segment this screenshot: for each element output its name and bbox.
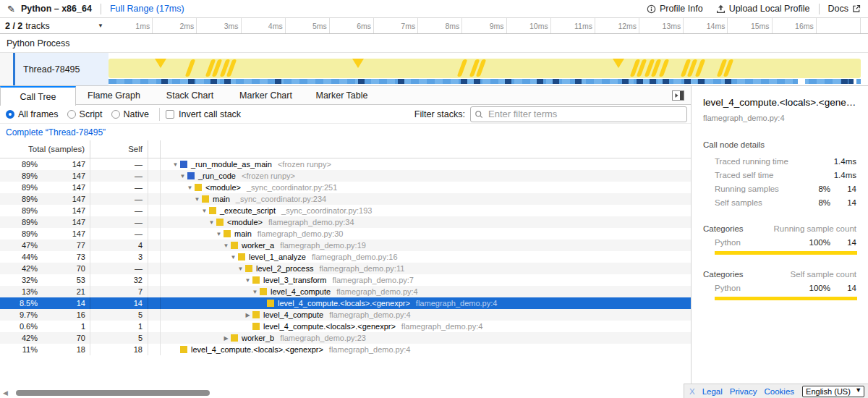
- ruler-tick-label: 2ms: [180, 22, 195, 30]
- call-tree-row[interactable]: 44%733▼level_1_analyzeflamegraph_demo.py…: [0, 251, 691, 263]
- call-tree-row[interactable]: 89%147—▼_run_module_as_main<frozen runpy…: [0, 158, 691, 170]
- tab-marker-table[interactable]: Marker Table: [304, 86, 380, 104]
- self-cell: 14: [90, 297, 148, 309]
- ruler-tick-label: 7ms: [401, 22, 415, 30]
- total-percent: 42%: [0, 334, 38, 342]
- thread-label[interactable]: Thread-78495: [15, 53, 109, 85]
- detail-label: Traced self time: [715, 171, 797, 179]
- collapse-arrow-icon[interactable]: ▼: [200, 208, 209, 214]
- track-canvas[interactable]: [109, 53, 868, 85]
- call-tree-row[interactable]: 0.6%11level_4_compute.<locals>.<genexpr>…: [0, 321, 691, 332]
- expand-arrow-icon[interactable]: ▶: [243, 312, 252, 318]
- sidebar-toggle-button[interactable]: [672, 90, 684, 101]
- total-cell: 32%53: [0, 274, 90, 286]
- radio-native[interactable]: Native: [111, 109, 149, 119]
- sample-dense-segment: [188, 79, 195, 84]
- call-tree-row[interactable]: 9.7%165▶level_4_computeflamegraph_demo.p…: [0, 309, 691, 321]
- language-select[interactable]: English (US): [802, 386, 864, 397]
- call-tree-row[interactable]: 89%147—▼_run_code<frozen runpy>: [0, 170, 691, 182]
- profile-info-button[interactable]: Profile Info: [647, 4, 703, 14]
- tree-cell: ▼<module>flamegraph_demo.py:34: [161, 216, 691, 228]
- file-location: flamegraph_demo.py:30: [258, 229, 344, 238]
- edit-pencil-icon[interactable]: ✎: [7, 4, 15, 14]
- track-marker-icon: [185, 59, 196, 77]
- timeline-ruler: 1ms2ms3ms4ms5ms6ms7ms8ms9ms10ms11ms12ms1…: [109, 18, 868, 33]
- call-tree-row[interactable]: 47%774▼worker_aflamegraph_demo.py:19: [0, 240, 691, 251]
- sample-dense-segment: [210, 79, 217, 84]
- divider: [159, 108, 160, 121]
- category-square-icon: [180, 346, 187, 353]
- ruler-tick: 2ms: [153, 18, 197, 33]
- collapse-arrow-icon[interactable]: ▼: [185, 185, 195, 191]
- footer-link-legal[interactable]: Legal: [702, 387, 723, 396]
- docs-button[interactable]: Docs: [828, 4, 861, 14]
- collapse-arrow-icon[interactable]: ▼: [171, 161, 180, 168]
- collapse-arrow-icon[interactable]: ▼: [250, 289, 260, 295]
- collapse-arrow-icon[interactable]: ▼: [192, 196, 202, 203]
- call-tree-row[interactable]: 89%147—▼<module>flamegraph_demo.py:34: [0, 216, 691, 228]
- ruler-tick-label: 6ms: [357, 22, 371, 30]
- call-tree-row[interactable]: 8.5%1414level_4_compute.<locals>.<genexp…: [0, 297, 691, 309]
- tab-call-tree[interactable]: Call Tree: [0, 86, 76, 106]
- total-cell: 44%73: [0, 251, 90, 263]
- call-tree-row[interactable]: 89%147—▼main_sync_coordinator.py:234: [0, 193, 691, 205]
- expand-arrow-icon[interactable]: ▶: [221, 335, 231, 342]
- call-tree-row[interactable]: 32%5332▼level_3_transformflamegraph_demo…: [0, 274, 691, 286]
- radio-script[interactable]: Script: [67, 109, 103, 119]
- collapse-arrow-icon[interactable]: ▼: [221, 242, 231, 249]
- spacer-cell: [148, 240, 161, 251]
- function-name: _run_module_as_main: [191, 160, 272, 169]
- call-tree-row[interactable]: 42%705▶worker_bflamegraph_demo.py:23: [0, 332, 691, 344]
- footer-link-privacy[interactable]: Privacy: [730, 387, 757, 396]
- category-color-bar: [715, 297, 857, 300]
- collapse-arrow-icon[interactable]: ▼: [207, 219, 216, 226]
- total-percent: 89%: [0, 229, 38, 238]
- collapse-arrow-icon[interactable]: ▼: [214, 231, 224, 237]
- sample-gap: [854, 79, 856, 84]
- call-tree-row[interactable]: 42%70—▼level_2_processflamegraph_demo.py…: [0, 263, 691, 274]
- call-tree-row[interactable]: 11%1818level_4_compute.<locals>.<genexpr…: [0, 344, 691, 355]
- sample-dense-segment: [841, 79, 848, 84]
- ruler-tick: 16ms: [773, 18, 817, 33]
- function-name: worker_a: [242, 241, 274, 250]
- sidebar-node-title: level_4_compute.<locals>.<genexpr>: [703, 97, 858, 108]
- tab-flame-graph[interactable]: Flame Graph: [76, 86, 152, 104]
- ruler-tick-label: 1ms: [135, 22, 150, 30]
- spacer-cell: [148, 251, 161, 263]
- call-tree-row[interactable]: 89%147—▼_execute_script_sync_coordinator…: [0, 205, 691, 216]
- category-row: Python100%14: [692, 235, 868, 249]
- upload-local-profile-button[interactable]: Upload Local Profile: [716, 4, 810, 14]
- call-tree-row[interactable]: 13%217▼level_4_computeflamegraph_demo.py…: [0, 286, 691, 297]
- call-tree-row[interactable]: 89%147—▼<module>_sync_coordinator.py:251: [0, 182, 691, 193]
- total-cell: 11%18: [0, 344, 90, 355]
- collapse-arrow-icon[interactable]: ▼: [243, 277, 252, 284]
- tracks-dropdown[interactable]: 2 / 2 tracks ▼: [0, 18, 109, 33]
- filter-stacks-input[interactable]: [470, 106, 687, 122]
- scrollbar-thumb[interactable]: [16, 390, 210, 396]
- thread-name: Thread-78495: [23, 64, 80, 75]
- track-process-row[interactable]: Python Process: [0, 34, 868, 53]
- footer-link-cookies[interactable]: Cookies: [765, 387, 795, 396]
- footer-links: XLegalPrivacyCookies: [689, 387, 794, 396]
- full-range-link[interactable]: Full Range (17ms): [110, 4, 184, 14]
- column-header-self[interactable]: Self: [90, 140, 148, 158]
- sample-dense-segment: [650, 79, 656, 84]
- collapse-arrow-icon[interactable]: ▼: [236, 266, 245, 272]
- footer-link-x[interactable]: X: [689, 387, 695, 396]
- category-square-icon: [180, 161, 187, 168]
- tab-marker-chart[interactable]: Marker Chart: [228, 86, 304, 104]
- track-gutter: [0, 53, 13, 85]
- collapse-arrow-icon[interactable]: ▼: [178, 173, 187, 179]
- call-tree-row[interactable]: 89%147—▼mainflamegraph_demo.py:30: [0, 228, 691, 240]
- complete-thread-link[interactable]: Complete “Thread-78495”: [6, 127, 106, 137]
- scroll-left-arrow-icon[interactable]: ◀: [3, 389, 8, 397]
- file-location: _sync_coordinator.py:193: [281, 206, 372, 215]
- sample-dense-segment: [224, 79, 231, 84]
- collapse-arrow-icon[interactable]: ▼: [229, 254, 238, 261]
- self-cell: —: [90, 182, 148, 193]
- tab-stack-chart[interactable]: Stack Chart: [152, 86, 228, 104]
- invert-call-stack-checkbox[interactable]: Invert call stack: [166, 109, 241, 119]
- column-header-total[interactable]: Total (samples): [0, 140, 90, 158]
- track-thread-row[interactable]: Thread-78495: [0, 53, 868, 86]
- radio-all-frames[interactable]: All frames: [6, 109, 59, 119]
